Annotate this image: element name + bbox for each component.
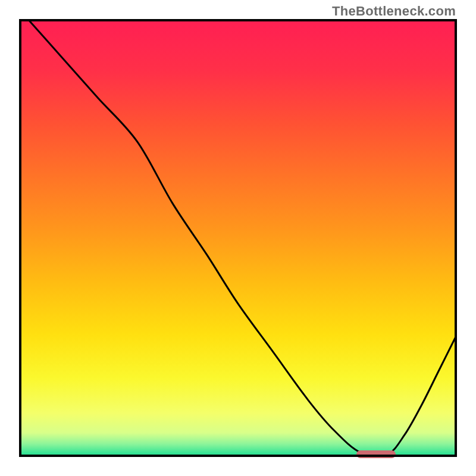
- watermark-text: TheBottleneck.com: [332, 4, 456, 19]
- svg-rect-0: [19, 19, 457, 457]
- background-gradient: [19, 19, 457, 457]
- chart-frame: [19, 19, 457, 457]
